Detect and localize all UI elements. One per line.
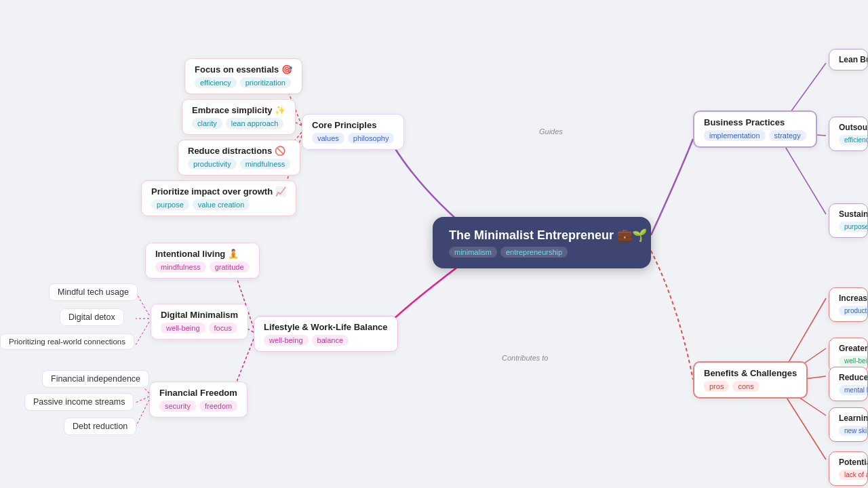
svg-line-11 bbox=[136, 396, 149, 403]
intentional-living-node[interactable]: Intentional living 🧘 mindfulness gratitu… bbox=[145, 243, 260, 279]
benefits-challenges-node[interactable]: Benefits & Challenges pros cons bbox=[693, 361, 808, 399]
learning-node[interactable]: Learning new skills bbox=[829, 407, 868, 442]
tag-lack-amb: lack of am… bbox=[839, 470, 868, 480]
potential-node[interactable]: Potential… lack of am… bbox=[829, 451, 868, 486]
core-principles-node[interactable]: Core Principles values philosophy bbox=[302, 114, 404, 150]
tag-gratitude: gratitude bbox=[210, 262, 250, 272]
tag-wellbeing: well-being bbox=[264, 335, 309, 346]
reduce-distractions-node[interactable]: Reduce distractions 🚫 productivity mindf… bbox=[178, 140, 300, 176]
business-label: Business Practices bbox=[704, 117, 806, 127]
tag-efficiency2: efficiency bbox=[839, 135, 868, 145]
outsourcing-label: Outsourc… bbox=[839, 123, 858, 132]
tag-purpose: purpose bbox=[151, 199, 189, 210]
tag-clarity: clarity bbox=[192, 118, 222, 129]
digital-minimalism-node[interactable]: Digital Minimalism well-being focus bbox=[151, 304, 248, 340]
embrace-label: Embrace simplicity ✨ bbox=[192, 105, 285, 115]
label-contributes: Contributes to bbox=[502, 354, 548, 362]
tag-new-skills: new skills bbox=[839, 426, 868, 436]
real-world-connections-node[interactable]: Prioritizing real-world connections bbox=[0, 333, 134, 350]
passive-income-node[interactable]: Passive income streams bbox=[24, 393, 134, 411]
lifestyle-node[interactable]: Lifestyle & Work-Life Balance well-being… bbox=[254, 316, 398, 352]
tag-mental-health: mental hea… bbox=[839, 385, 868, 395]
lean-label: Lean Bus… bbox=[839, 55, 858, 64]
prioritize-impact-node[interactable]: Prioritize impact over growth 📈 purpose … bbox=[141, 180, 296, 216]
core-label: Core Principles bbox=[312, 120, 394, 130]
tag-wellbeing2: well-being bbox=[161, 323, 205, 333]
sustainable-label: Sustaina… bbox=[839, 209, 858, 219]
tag-value-creation: value creation bbox=[193, 199, 250, 210]
debt-reduction-node[interactable]: Debt reduction bbox=[64, 418, 136, 435]
label-guides: Guides bbox=[539, 127, 563, 136]
reduced-node[interactable]: Reduced… mental hea… bbox=[829, 367, 868, 401]
focus-essentials-node[interactable]: Focus on essentials 🎯 efficiency priorit… bbox=[184, 58, 302, 94]
tag-freedom: freedom bbox=[199, 401, 237, 411]
center-node[interactable]: The Minimalist Entrepreneur 💼🌱 minimalis… bbox=[433, 217, 651, 268]
digital-detox-node[interactable]: Digital detox bbox=[60, 308, 124, 326]
tag-productivity: productivity bbox=[188, 159, 237, 169]
tag-mindfulness: mindfulness bbox=[240, 159, 291, 169]
financial-independence-node[interactable]: Financial independence bbox=[42, 370, 149, 388]
increased-node[interactable]: Increased… productiv… bbox=[829, 287, 868, 322]
center-title: The Minimalist Entrepreneur 💼🌱 bbox=[449, 228, 635, 243]
reduced-label: Reduced… bbox=[839, 373, 858, 382]
mindful-tech-node[interactable]: Mindful tech usage bbox=[49, 283, 138, 301]
lifestyle-label: Lifestyle & Work-Life Balance bbox=[264, 322, 388, 332]
learning-label: Learning bbox=[839, 413, 858, 423]
svg-line-12 bbox=[136, 400, 149, 427]
tag-entrepreneurship: entrepreneurship bbox=[500, 247, 568, 258]
financial-label: Financial Freedom bbox=[159, 388, 237, 398]
business-practices-node[interactable]: Business Practices implementation strate… bbox=[693, 110, 817, 148]
intentional-label: Intentional living 🧘 bbox=[155, 249, 250, 259]
mindmap-canvas: Guides Contributes to The Minimalist Ent… bbox=[0, 0, 868, 488]
tag-security: security bbox=[159, 401, 196, 411]
reduce-label: Reduce distractions 🚫 bbox=[188, 146, 290, 156]
tag-mindfulness2: mindfulness bbox=[155, 262, 206, 272]
tag-balance: balance bbox=[312, 335, 349, 346]
outsourcing-node[interactable]: Outsourc… efficiency bbox=[829, 117, 868, 151]
sustainable-node[interactable]: Sustaina… purpose bbox=[829, 203, 868, 238]
tag-lean: lean approach bbox=[226, 118, 284, 129]
tag-pros: pros bbox=[704, 381, 729, 392]
tag-strategy: strategy bbox=[769, 130, 806, 141]
prioritize-label: Prioritize impact over growth 📈 bbox=[151, 186, 286, 197]
tag-wellbeing3: well-being bbox=[839, 356, 868, 366]
greater-label: Greater W… bbox=[839, 344, 858, 353]
tag-philosophy: philosophy bbox=[348, 133, 395, 144]
tag-implementation: implementation bbox=[704, 130, 766, 141]
digital-label: Digital Minimalism bbox=[161, 310, 238, 320]
tag-prioritization: prioritization bbox=[240, 77, 291, 88]
embrace-simplicity-node[interactable]: Embrace simplicity ✨ clarity lean approa… bbox=[182, 99, 296, 135]
focus-label: Focus on essentials 🎯 bbox=[195, 64, 292, 75]
benefits-label: Benefits & Challenges bbox=[704, 368, 797, 378]
svg-line-7 bbox=[136, 292, 149, 315]
svg-line-9 bbox=[136, 322, 149, 345]
tag-productivity2: productiv… bbox=[839, 306, 868, 316]
increased-label: Increased… bbox=[839, 293, 858, 303]
tag-minimalism: minimalism bbox=[449, 247, 497, 258]
tag-purpose2: purpose bbox=[839, 222, 868, 232]
financial-freedom-node[interactable]: Financial Freedom security freedom bbox=[149, 382, 248, 418]
tag-efficiency: efficiency bbox=[195, 77, 237, 88]
lean-business-node[interactable]: Lean Bus… bbox=[829, 49, 868, 70]
potential-label: Potential… bbox=[839, 458, 858, 467]
tag-values: values bbox=[312, 133, 344, 144]
tag-focus: focus bbox=[209, 323, 237, 333]
tag-cons: cons bbox=[732, 381, 759, 392]
